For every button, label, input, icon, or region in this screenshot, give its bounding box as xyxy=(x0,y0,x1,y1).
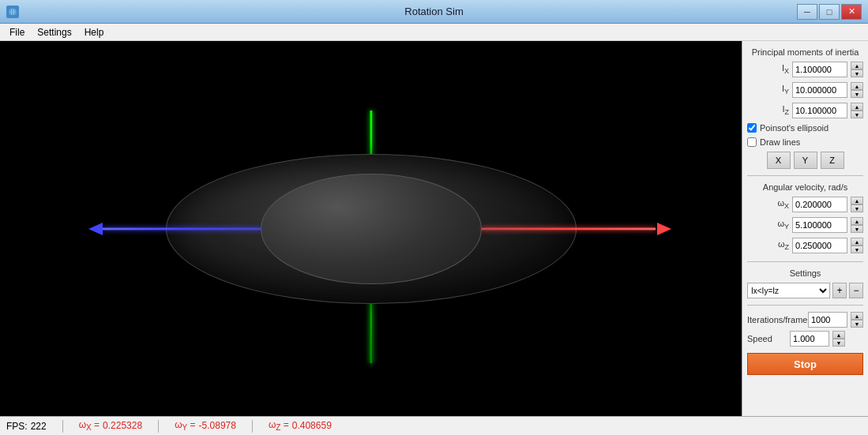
wx-up[interactable]: ▲ xyxy=(851,197,863,204)
ix-label: IX xyxy=(773,63,789,75)
wz-status-label: ωZ = xyxy=(269,419,289,432)
wy-spinners: ▲ ▼ xyxy=(851,217,863,233)
window-controls: ─ □ ✕ xyxy=(797,4,862,20)
iz-label: IZ xyxy=(773,104,789,116)
iy-down[interactable]: ▼ xyxy=(851,90,863,98)
wx-status: ωX = 0.225328 xyxy=(79,419,142,432)
wy-status: ωY = -5.08978 xyxy=(175,419,236,432)
ellipsoid-inner xyxy=(261,174,482,284)
moments-title: Principal moments of inertia xyxy=(747,47,863,57)
ix-up[interactable]: ▲ xyxy=(851,62,863,69)
divider-1 xyxy=(747,175,863,176)
wz-up[interactable]: ▲ xyxy=(851,238,863,246)
wy-down[interactable]: ▼ xyxy=(851,225,863,233)
divider-3 xyxy=(747,305,863,306)
stop-button[interactable]: Stop xyxy=(747,353,863,375)
3d-viewport[interactable]: 3D xyxy=(0,41,742,416)
iter-down[interactable]: ▼ xyxy=(851,320,863,328)
speed-down[interactable]: ▼ xyxy=(832,339,845,347)
ix-down[interactable]: ▼ xyxy=(851,69,863,77)
iter-up[interactable]: ▲ xyxy=(851,312,863,320)
wy-input[interactable] xyxy=(792,217,847,233)
wz-spinners: ▲ ▼ xyxy=(851,238,863,253)
settings-section-title: Settings xyxy=(747,268,863,278)
wy-label: ωY xyxy=(773,219,789,231)
wz-status: ωZ = 0.408659 xyxy=(269,419,332,432)
axis-x-button[interactable]: X xyxy=(767,152,791,169)
angular-title: Angular velocity, rad/s xyxy=(747,182,863,192)
menu-settings[interactable]: Settings xyxy=(31,25,77,39)
status-sep-1 xyxy=(62,420,63,433)
wx-down[interactable]: ▼ xyxy=(851,204,863,212)
menubar: File Settings Help xyxy=(0,24,868,41)
poinsot-checkbox[interactable] xyxy=(747,123,757,133)
ix-spinners: ▲ ▼ xyxy=(851,62,863,77)
settings-row: Ix<Iy=Iz + − xyxy=(747,283,863,298)
minimize-button[interactable]: ─ xyxy=(797,4,817,20)
titlebar: Rotation Sim ─ □ ✕ xyxy=(0,0,868,24)
menu-file[interactable]: File xyxy=(3,25,31,39)
axis-blue-arrow xyxy=(88,223,103,235)
speed-up[interactable]: ▲ xyxy=(832,331,845,339)
settings-plus-btn[interactable]: + xyxy=(832,283,847,298)
speed-spinners: ▲ ▼ xyxy=(832,331,845,347)
app-icon xyxy=(6,6,19,18)
drawlines-label[interactable]: Draw lines xyxy=(760,137,800,147)
poinsot-label[interactable]: Poinsot's ellipsoid xyxy=(760,123,829,133)
wx-label: ωX xyxy=(773,198,789,210)
settings-select[interactable]: Ix<Iy=Iz xyxy=(747,283,830,298)
maximize-button[interactable]: □ xyxy=(819,4,840,20)
window-title: Rotation Sim xyxy=(404,6,463,17)
status-sep-2 xyxy=(158,420,159,433)
fps-value: 222 xyxy=(31,421,47,432)
statusbar: FPS: 222 ωX = 0.225328 ωY = -5.08978 ωZ … xyxy=(0,416,868,435)
iter-row: Iterations/frame ▲ ▼ xyxy=(747,312,863,328)
wx-spinners: ▲ ▼ xyxy=(851,197,863,212)
iz-spinners: ▲ ▼ xyxy=(851,103,863,118)
iz-down[interactable]: ▼ xyxy=(851,111,863,118)
wy-status-label: ωY = xyxy=(175,419,195,432)
wz-row: ωZ ▲ ▼ xyxy=(747,238,863,253)
wy-up[interactable]: ▲ xyxy=(851,217,863,225)
axis-y-button[interactable]: Y xyxy=(794,152,817,169)
wx-row: ωX ▲ ▼ xyxy=(747,197,863,212)
speed-label: Speed xyxy=(747,334,787,343)
iz-row: IZ ▲ ▼ xyxy=(747,103,863,118)
wz-status-value: 0.408659 xyxy=(292,420,332,431)
wz-label: ωZ xyxy=(773,239,789,251)
right-panel: Principal moments of inertia IX ▲ ▼ IY ▲… xyxy=(742,41,868,416)
axis-z-button[interactable]: Z xyxy=(821,152,844,169)
iy-input[interactable] xyxy=(792,82,847,98)
wx-input[interactable] xyxy=(792,197,847,212)
scene xyxy=(0,41,742,416)
speed-row: Speed ▲ ▼ xyxy=(747,331,863,347)
ix-input[interactable] xyxy=(792,62,847,77)
iy-up[interactable]: ▲ xyxy=(851,82,863,90)
main-content: 3D Principal moments of inertia xyxy=(0,41,868,416)
drawlines-checkbox[interactable] xyxy=(747,137,757,147)
close-button[interactable]: ✕ xyxy=(841,4,862,20)
wy-status-value: -5.08978 xyxy=(199,420,236,431)
wz-down[interactable]: ▼ xyxy=(851,246,863,253)
wx-status-label: ωX = xyxy=(79,419,100,432)
iter-label: Iterations/frame xyxy=(747,315,805,324)
fps-label: FPS: xyxy=(6,421,28,432)
speed-input[interactable] xyxy=(790,331,829,347)
drawlines-row: Draw lines xyxy=(747,137,863,147)
iz-input[interactable] xyxy=(792,103,847,118)
fps-display: FPS: 222 xyxy=(6,421,47,432)
iter-spinners: ▲ ▼ xyxy=(851,312,863,328)
iy-row: IY ▲ ▼ xyxy=(747,82,863,98)
iter-input[interactable] xyxy=(808,312,847,328)
poinsot-row: Poinsot's ellipsoid xyxy=(747,123,863,133)
ix-row: IX ▲ ▼ xyxy=(747,62,863,77)
iy-label: IY xyxy=(773,84,789,96)
menu-help[interactable]: Help xyxy=(78,25,111,39)
wz-input[interactable] xyxy=(792,238,847,253)
axis-blue xyxy=(103,227,261,230)
wy-row: ωY ▲ ▼ xyxy=(747,217,863,233)
settings-minus-btn[interactable]: − xyxy=(849,283,863,298)
status-sep-3 xyxy=(252,420,253,433)
iz-up[interactable]: ▲ xyxy=(851,103,863,111)
axis-buttons: X Y Z xyxy=(747,152,863,169)
